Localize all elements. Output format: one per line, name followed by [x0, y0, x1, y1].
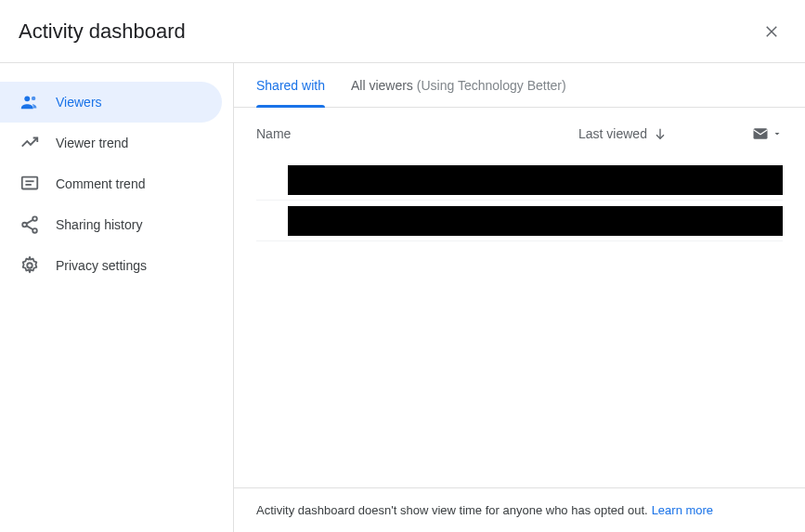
dialog-header: Activity dashboard [0, 0, 805, 63]
svg-point-12 [27, 263, 32, 268]
tab-shared-with[interactable]: Shared with [256, 63, 325, 108]
column-name[interactable]: Name [256, 126, 578, 141]
sidebar-item-viewers[interactable]: Viewers [0, 82, 222, 123]
sidebar-item-comment-trend[interactable]: Comment trend [0, 163, 222, 204]
trending-up-icon [19, 132, 41, 154]
tabs: Shared with All viewers (Using Technolog… [234, 63, 805, 108]
sidebar-item-viewer-trend[interactable]: Viewer trend [0, 123, 222, 163]
viewer-list [234, 160, 805, 241]
sidebar-item-privacy-settings[interactable]: Privacy settings [0, 245, 222, 286]
tab-all-viewers[interactable]: All viewers (Using Technology Better) [351, 63, 566, 108]
svg-rect-14 [754, 128, 768, 139]
svg-point-7 [32, 216, 37, 221]
svg-point-3 [32, 97, 35, 100]
tab-label: All viewers [351, 78, 413, 93]
email-dropdown[interactable] [736, 124, 783, 143]
table-header: Name Last viewed [234, 108, 805, 160]
column-last-viewed[interactable]: Last viewed [578, 126, 736, 141]
table-row[interactable] [256, 160, 783, 201]
svg-point-8 [22, 223, 27, 227]
tab-label: Shared with [256, 78, 325, 93]
chevron-down-icon [772, 128, 783, 139]
main-panel: Shared with All viewers (Using Technolog… [234, 63, 805, 532]
footer-text: Activity dashboard doesn't show view tim… [256, 503, 648, 517]
svg-line-10 [27, 220, 33, 224]
redacted-content [288, 165, 783, 195]
dialog-title: Activity dashboard [19, 19, 186, 44]
footer-notice: Activity dashboard doesn't show view tim… [234, 487, 805, 532]
svg-point-9 [32, 228, 37, 233]
sidebar-item-sharing-history[interactable]: Sharing history [0, 204, 222, 245]
svg-line-11 [27, 226, 33, 229]
sidebar-item-label: Viewer trend [56, 136, 128, 150]
sidebar: Viewers Viewer trend Comment trend Shari… [0, 63, 234, 532]
comment-icon [19, 173, 41, 195]
svg-rect-4 [22, 177, 38, 189]
learn-more-link[interactable]: Learn more [652, 503, 713, 517]
gear-icon [19, 254, 41, 277]
close-button[interactable] [760, 20, 783, 43]
people-icon [19, 91, 41, 113]
mail-icon [751, 124, 770, 143]
sidebar-item-label: Viewers [56, 95, 102, 110]
sidebar-item-label: Sharing history [56, 217, 142, 232]
sidebar-item-label: Comment trend [56, 176, 145, 191]
redacted-content [288, 206, 783, 236]
svg-point-2 [24, 96, 30, 101]
arrow-down-icon [653, 126, 668, 141]
table-row[interactable] [256, 201, 783, 241]
share-icon [19, 214, 41, 236]
column-label: Last viewed [578, 126, 647, 141]
sidebar-item-label: Privacy settings [56, 258, 147, 273]
close-icon [763, 23, 780, 40]
tab-suffix: (Using Technology Better) [417, 78, 566, 93]
